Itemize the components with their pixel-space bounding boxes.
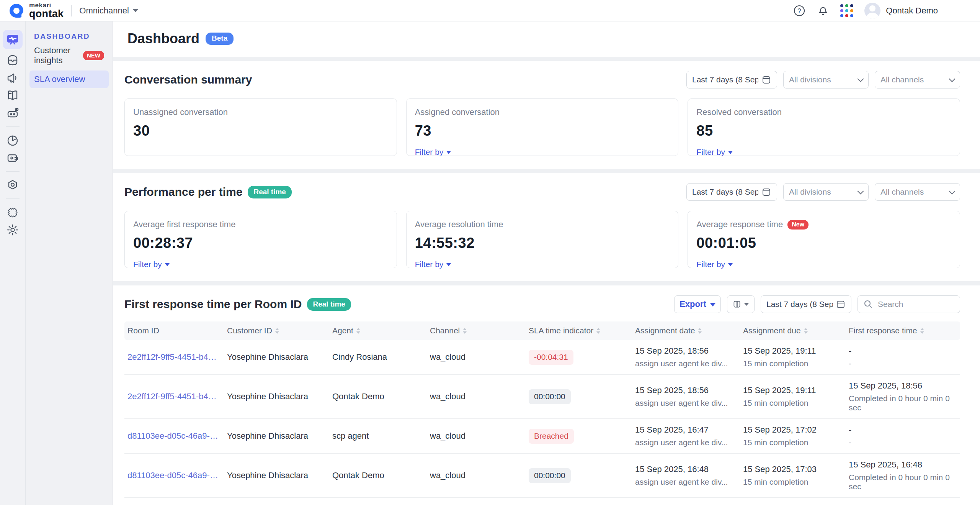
caret-down-icon xyxy=(446,263,451,266)
due-note: 15 min completion xyxy=(743,359,842,368)
col-assignment-date[interactable]: Assignment date xyxy=(632,321,740,340)
brand-logo[interactable]: mekari qontak xyxy=(8,2,64,19)
filter-by-link[interactable]: Filter by xyxy=(133,260,170,269)
new-badge: New xyxy=(787,220,808,230)
chevron-down-icon xyxy=(949,75,956,82)
divisions-select[interactable]: All divisions xyxy=(783,71,869,89)
col-sla[interactable]: SLA time indicator xyxy=(526,321,632,340)
avg-response-card: Average response time New 00:01:05 Filte… xyxy=(688,211,960,268)
customer-cell: Yosephine Dhisaclara xyxy=(227,392,308,401)
sort-icon xyxy=(698,328,702,334)
agent-cell: Qontak Demo xyxy=(332,392,384,401)
product-switcher[interactable]: Omnichannel xyxy=(79,6,138,16)
col-first-response[interactable]: First response time xyxy=(846,321,960,340)
caret-down-icon xyxy=(728,263,733,266)
caret-down-icon xyxy=(744,303,749,306)
room-id-link[interactable]: d81103ee-d05c-46a9-abf8-... xyxy=(127,471,220,480)
qontak-logo-icon xyxy=(8,3,24,19)
due-date: 15 Sep 2025, 17:03 xyxy=(743,464,842,474)
table-row: 2e2ff12f-9ff5-4451-b473-... Yosephine Dh… xyxy=(124,375,960,419)
frt-date: 15 Sep 2025, 18:56 xyxy=(849,381,956,391)
channel-cell: wa_cloud xyxy=(430,352,466,362)
chevron-down-icon xyxy=(858,75,864,82)
user-menu[interactable]: Qontak Demo xyxy=(864,3,938,19)
col-assignment-due[interactable]: Assignment due xyxy=(740,321,846,340)
sort-icon xyxy=(275,328,279,334)
product-name: Omnichannel xyxy=(79,6,129,16)
col-customer-id[interactable]: Customer ID xyxy=(224,321,329,340)
search-input[interactable]: Search xyxy=(858,295,960,313)
chevron-down-icon xyxy=(858,188,864,194)
rail-nut-icon[interactable] xyxy=(3,176,23,194)
calendar-icon xyxy=(761,75,771,85)
sla-badge: 00:00:00 xyxy=(529,468,571,483)
bell-icon[interactable] xyxy=(817,5,829,17)
rail-dashboard-icon[interactable] xyxy=(3,30,23,49)
sidebar-item-label: Customer insights xyxy=(34,46,79,66)
sidebar-section-title: DASHBOARD xyxy=(29,32,109,41)
rail-pie-chart-icon[interactable] xyxy=(3,131,23,149)
filter-by-link[interactable]: Filter by xyxy=(696,260,733,269)
card-label: Average response time xyxy=(696,220,783,230)
card-label: Unassigned conversation xyxy=(133,107,388,117)
col-channel[interactable]: Channel xyxy=(427,321,526,340)
page-title: Dashboard xyxy=(127,31,199,47)
sort-icon xyxy=(596,328,600,334)
sidebar-item-sla-overview[interactable]: SLA overview xyxy=(29,71,109,88)
rail-wallet-icon[interactable] xyxy=(3,149,23,167)
agent-cell: scp agent xyxy=(332,431,369,441)
column-picker-button[interactable] xyxy=(727,295,755,313)
date-range-picker[interactable]: Last 7 days (8 Sep 2025 xyxy=(761,295,851,313)
channels-select[interactable]: All channels xyxy=(875,183,960,201)
card-value: 73 xyxy=(415,123,670,139)
assignment-note: assign user agent ke div... xyxy=(635,438,736,447)
col-room-id[interactable]: Room ID xyxy=(124,321,224,340)
rail-inbox-icon[interactable] xyxy=(3,51,23,69)
filter-by-link[interactable]: Filter by xyxy=(696,148,733,157)
assignment-date: 15 Sep 2025, 18:56 xyxy=(635,346,736,356)
help-icon[interactable]: ? xyxy=(793,5,805,17)
frt-table-section: First response time per Room ID Real tim… xyxy=(113,285,980,505)
search-placeholder: Search xyxy=(878,300,954,309)
table-row: d81103ee-d05c-46a9-abf8-... Yosephine Dh… xyxy=(124,454,960,498)
chevron-down-icon xyxy=(133,9,138,12)
frt-date: 15 Sep 2025, 16:48 xyxy=(849,460,956,470)
performance-section: Performance per time Real time Last 7 da… xyxy=(113,173,980,281)
filter-by-link[interactable]: Filter by xyxy=(415,148,451,157)
channels-select[interactable]: All channels xyxy=(875,71,960,89)
room-id-link[interactable]: 2e2ff12f-9ff5-4451-b473-... xyxy=(127,392,220,402)
table-header-row: Room ID Customer ID Agent Channel SLA ti… xyxy=(124,321,960,340)
apps-grid-icon[interactable] xyxy=(841,5,853,17)
col-agent[interactable]: Agent xyxy=(329,321,427,340)
room-id-link[interactable]: 2e2ff12f-9ff5-4451-b473-... xyxy=(127,352,220,362)
table-row: 28cccdb9-ea73-44b6-8cd8-... Giska Qontak… xyxy=(124,498,960,505)
customer-cell: Yosephine Dhisaclara xyxy=(227,431,308,441)
rail-robot-icon[interactable] xyxy=(3,104,23,122)
icon-rail xyxy=(0,21,26,505)
rail-puzzle-icon[interactable] xyxy=(3,203,23,221)
conversation-summary-section: Conversation summary Last 7 days (8 Sep … xyxy=(113,61,980,169)
divisions-select[interactable]: All divisions xyxy=(783,183,869,201)
avatar xyxy=(864,3,880,19)
export-button[interactable]: Export xyxy=(674,295,721,313)
caret-down-icon xyxy=(710,303,715,307)
card-value: 30 xyxy=(133,123,388,139)
assignment-date: 15 Sep 2025, 16:47 xyxy=(635,425,736,435)
avg-resolution-card: Average resolution time 14:55:32 Filter … xyxy=(406,211,679,268)
divider xyxy=(6,126,20,127)
assignment-note: assign user agent ke div... xyxy=(635,398,736,408)
rail-megaphone-icon[interactable] xyxy=(3,69,23,87)
filter-by-link[interactable]: Filter by xyxy=(415,260,451,269)
date-range-picker[interactable]: Last 7 days (8 Sep 2025 xyxy=(686,71,777,89)
frt-note: - xyxy=(849,438,956,447)
rail-gear-icon[interactable] xyxy=(3,221,23,239)
rail-book-icon[interactable] xyxy=(3,87,23,104)
real-time-badge: Real time xyxy=(248,186,291,198)
room-id-link[interactable]: d81103ee-d05c-46a9-abf8-... xyxy=(127,431,220,441)
columns-icon xyxy=(733,299,741,309)
sidebar-item-customer-insights[interactable]: Customer insights NEW xyxy=(29,47,109,64)
date-range-picker[interactable]: Last 7 days (8 Sep 2025 xyxy=(686,183,777,201)
sla-badge: Breached xyxy=(529,429,574,444)
divider xyxy=(71,5,72,16)
sla-badge: 00:00:00 xyxy=(529,389,571,404)
